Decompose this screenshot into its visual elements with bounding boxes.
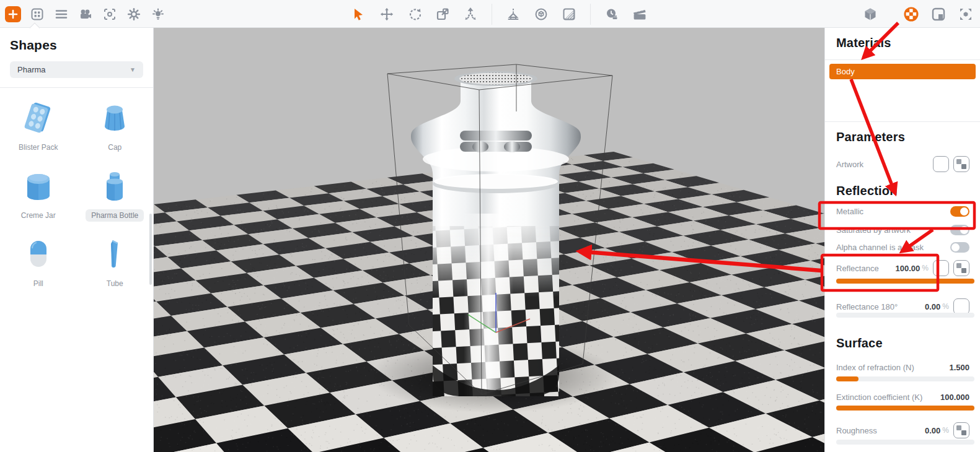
- clapperboard-icon: [632, 7, 647, 21]
- roughness-label: Roughness: [836, 426, 925, 435]
- roughness-slider[interactable]: [836, 440, 974, 445]
- saturated-toggle[interactable]: [950, 225, 969, 235]
- toolbar-middle-group: [351, 0, 648, 28]
- add-shape-button[interactable]: [5, 6, 21, 22]
- ior-slider[interactable]: [836, 376, 974, 381]
- shape-item-pill[interactable]: Pill: [0, 228, 77, 296]
- ior-row: Index of refraction (N) 1.500: [836, 362, 969, 373]
- scene-cube-button[interactable]: [862, 6, 878, 22]
- materials-title: Materials: [836, 36, 891, 50]
- gradient-icon: [562, 7, 576, 21]
- image-icon: [931, 7, 946, 22]
- reflectance-empty-button[interactable]: [933, 260, 949, 276]
- divider: [825, 59, 980, 60]
- reflectance180-slider[interactable]: [836, 313, 974, 318]
- saturated-row: Saturated by artwork: [836, 225, 969, 235]
- scatter-icon: [464, 7, 477, 21]
- materials-button[interactable]: [903, 6, 919, 22]
- focus-icon: [103, 7, 117, 21]
- scale-tool-button[interactable]: [435, 6, 451, 22]
- gradient-tool-button[interactable]: [561, 6, 577, 22]
- chevron-down-icon: ▼: [130, 66, 136, 73]
- alpha-mask-toggle[interactable]: [950, 242, 969, 253]
- toolbar-left-group: [5, 0, 166, 28]
- surface-title: Surface: [836, 336, 883, 350]
- history-button[interactable]: [604, 6, 620, 22]
- rotate-tool-button[interactable]: [407, 6, 423, 22]
- lamp-icon: [506, 7, 520, 21]
- shape-grid: Blister Pack Cap Creme Jar Pharma Bottle…: [0, 92, 153, 296]
- reflectance180-label: Reflectance 180°: [836, 302, 925, 311]
- material-item-body[interactable]: Body: [829, 64, 976, 79]
- toolbar-separator: [590, 4, 591, 25]
- bottle-scene: [154, 28, 824, 452]
- reflection-title: Reflection: [836, 184, 898, 198]
- artwork-empty-button[interactable]: [933, 156, 949, 172]
- move-tool-button[interactable]: [379, 6, 395, 22]
- inspect-cube-button[interactable]: [533, 6, 549, 22]
- creme-jar-icon: [20, 166, 57, 206]
- select-tool-button[interactable]: [351, 6, 367, 22]
- camera-icon: [79, 7, 92, 21]
- shape-item-cap[interactable]: Cap: [77, 92, 154, 160]
- alpha-mask-label: Alpha channel is a mask: [836, 243, 950, 252]
- materials-panel: Materials Body Parameters Artwork Reflec…: [824, 28, 980, 452]
- extinction-value: 100.000: [940, 393, 969, 402]
- plus-icon: [8, 9, 18, 19]
- settings-button[interactable]: [126, 6, 142, 22]
- metallic-toggle[interactable]: [950, 206, 969, 217]
- scale-icon: [436, 7, 449, 21]
- animation-button[interactable]: [632, 6, 648, 22]
- reflectance-value: 100.00: [896, 264, 920, 273]
- roughness-unit: %: [942, 426, 949, 435]
- pill-icon: [20, 234, 57, 274]
- cap-icon: [96, 98, 133, 137]
- toolbar-separator: [492, 4, 492, 25]
- blister-pack-icon: [20, 98, 57, 137]
- layout-grid-button[interactable]: [29, 6, 45, 22]
- parameters-title: Parameters: [836, 130, 905, 144]
- reflectance-texture-button[interactable]: [953, 260, 969, 276]
- artwork-texture-button[interactable]: [953, 156, 969, 172]
- image-button[interactable]: [930, 6, 947, 22]
- shapes-panel: Shapes Pharma ▼ Blister Pack Cap Creme J…: [0, 28, 154, 452]
- extinction-slider[interactable]: [836, 406, 974, 411]
- reflectance-label: Reflectance: [836, 264, 896, 273]
- shape-item-pharma-bottle[interactable]: Pharma Bottle: [77, 160, 154, 228]
- shape-item-label: Tube: [101, 277, 129, 290]
- move-icon: [380, 7, 394, 21]
- clock-icon: [605, 7, 619, 21]
- pharma-bottle-icon: [96, 166, 133, 206]
- focus-button[interactable]: [102, 6, 118, 22]
- reflectance-slider[interactable]: [836, 279, 974, 284]
- menu-icon: [55, 7, 68, 21]
- reflectance180-unit: %: [942, 302, 949, 311]
- metallic-row: Metallic: [836, 206, 969, 217]
- shape-category-dropdown[interactable]: Pharma ▼: [10, 61, 143, 78]
- extinction-label: Extinction coefficient (K): [836, 393, 940, 402]
- shape-item-label: Pill: [28, 277, 49, 290]
- toolbar-right-group: [862, 0, 974, 28]
- shape-item-blister-pack[interactable]: Blister Pack: [0, 92, 77, 160]
- scrollbar[interactable]: [149, 214, 152, 285]
- inspect-cube-icon: [534, 7, 548, 21]
- scatter-tool-button[interactable]: [462, 6, 479, 22]
- layout-grid-icon: [30, 7, 44, 21]
- materials-checker-icon: [903, 6, 919, 22]
- camera-button[interactable]: [77, 6, 94, 22]
- expand-cube-button[interactable]: [958, 6, 974, 22]
- cube-icon: [863, 7, 878, 22]
- light-icon: [151, 7, 165, 21]
- shape-item-label: Cap: [102, 141, 127, 154]
- reflectance-unit: %: [922, 264, 929, 272]
- menu-button[interactable]: [53, 6, 69, 22]
- roughness-texture-button[interactable]: [953, 422, 969, 438]
- shape-item-creme-jar[interactable]: Creme Jar: [0, 160, 77, 228]
- divider: [825, 121, 980, 122]
- viewport-3d[interactable]: [154, 28, 824, 452]
- gear-icon: [127, 7, 141, 21]
- lamp-tool-button[interactable]: [505, 6, 521, 22]
- shape-item-tube[interactable]: Tube: [77, 228, 154, 296]
- shape-item-label: Creme Jar: [15, 209, 61, 222]
- light-button[interactable]: [150, 6, 166, 22]
